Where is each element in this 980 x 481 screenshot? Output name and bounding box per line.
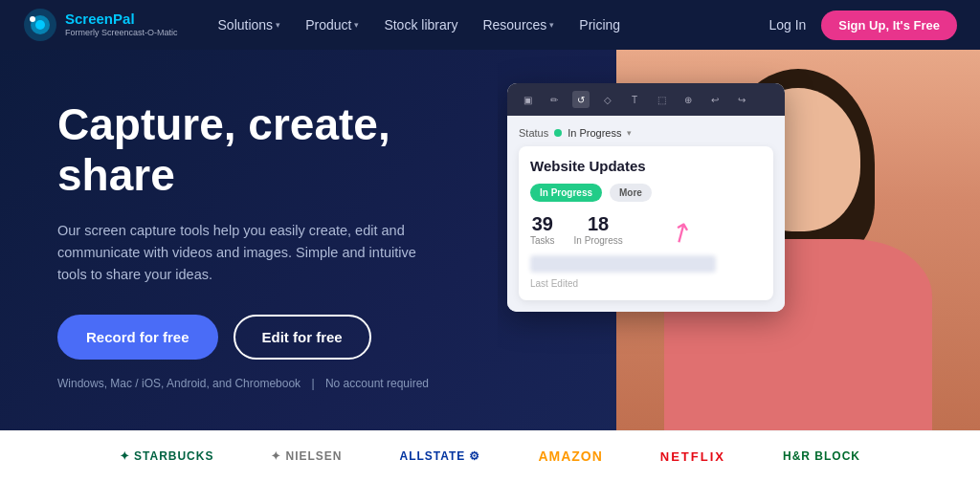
tool-zoom[interactable]: ⊕	[679, 91, 697, 108]
status-chevron-icon: ▾	[627, 128, 632, 138]
mockup-content-area: Status In Progress ▾ Website Updates In …	[507, 116, 785, 312]
hero-note-account: No account required	[325, 377, 429, 390]
nav-stock-library[interactable]: Stock library	[374, 11, 467, 38]
tool-pen[interactable]: ✏	[546, 91, 563, 108]
nielsen-logo-icon: ✦	[271, 449, 281, 463]
hero-note-separator: |	[311, 377, 314, 390]
allstate-icon: ⚙	[469, 449, 480, 463]
tag-in-progress[interactable]: In Progress	[530, 184, 602, 202]
tag-more[interactable]: More	[610, 184, 652, 202]
signup-button[interactable]: Sign Up, It's Free	[821, 11, 957, 40]
brand-amazon: amazon	[538, 448, 602, 464]
tool-text[interactable]: T	[626, 91, 643, 108]
brand-netflix: NETFLIX	[660, 449, 725, 464]
hero-cta-group: Record for free Edit for free	[57, 315, 459, 360]
card-stats: 39 Tasks 18 In Progress	[530, 213, 762, 246]
hero-note-platforms: Windows, Mac / iOS, Android, and Chromeb…	[57, 377, 301, 390]
status-value: In Progress	[568, 127, 621, 139]
brand-allstate: Allstate ⚙	[399, 449, 480, 463]
hero-visual: ▣ ✏ ↺ ◇ T ⬚ ⊕ ↩ ↪ Status In Progress ▾ W…	[498, 50, 980, 430]
chevron-down-icon: ▾	[354, 20, 359, 30]
tool-undo[interactable]: ↩	[706, 91, 724, 108]
brand-starbucks: ✦ STARBUCKS	[120, 449, 213, 463]
tool-curve[interactable]: ↺	[572, 91, 590, 108]
hero-content: Capture, create, share Our screen captur…	[0, 50, 498, 430]
stat-progress-label: In Progress	[574, 235, 623, 246]
brands-strip: ✦ STARBUCKS ✦ Nielsen Allstate ⚙ amazon …	[0, 430, 980, 481]
hero-title: Capture, create, share	[57, 99, 459, 201]
nav-pricing[interactable]: Pricing	[569, 11, 630, 38]
tool-select[interactable]: ▣	[519, 91, 536, 108]
edit-free-button[interactable]: Edit for free	[234, 315, 371, 360]
chevron-down-icon: ▾	[549, 20, 554, 30]
hero-section: Capture, create, share Our screen captur…	[0, 50, 980, 430]
svg-point-2	[35, 20, 45, 30]
record-free-button[interactable]: Record for free	[57, 315, 218, 360]
tool-rect[interactable]: ⬚	[653, 91, 670, 108]
status-dot-icon	[554, 129, 562, 137]
mockup-card: Website Updates In Progress More 39 Task…	[519, 146, 773, 300]
nav-resources[interactable]: Resources ▾	[473, 11, 564, 38]
nav-actions: Log In Sign Up, It's Free	[768, 11, 957, 40]
stat-in-progress: 18 In Progress	[574, 213, 623, 246]
chevron-down-icon: ▾	[276, 20, 280, 30]
brand-hrblock: H&R BLOCK	[783, 449, 860, 463]
svg-point-3	[30, 16, 35, 22]
tool-shape[interactable]: ◇	[599, 91, 616, 108]
logo[interactable]: ScreenPal Formerly Screencast-O-Matic	[23, 8, 178, 42]
hero-description: Our screen capture tools help you easily…	[57, 220, 421, 287]
logo-text: ScreenPal Formerly Screencast-O-Matic	[65, 11, 178, 37]
mockup-toolbar: ▣ ✏ ↺ ◇ T ⬚ ⊕ ↩ ↪	[507, 83, 785, 116]
logo-icon	[23, 8, 57, 42]
brand-nielsen: ✦ Nielsen	[271, 449, 342, 463]
logo-subtitle: Formerly Screencast-O-Matic	[65, 28, 178, 38]
login-button[interactable]: Log In	[768, 17, 806, 33]
card-blurred-bar	[530, 255, 716, 273]
stat-tasks-num: 39	[530, 213, 555, 235]
nav-product[interactable]: Product ▾	[296, 11, 368, 38]
card-tags: In Progress More	[530, 184, 762, 202]
nav-solutions[interactable]: Solutions ▾	[209, 11, 291, 38]
stat-tasks-label: Tasks	[530, 235, 555, 246]
logo-brand-name: ScreenPal	[65, 11, 178, 28]
navbar: ScreenPal Formerly Screencast-O-Matic So…	[0, 0, 980, 50]
starbucks-icon: ✦	[120, 449, 130, 463]
mockup-status-bar: Status In Progress ▾	[519, 127, 773, 139]
stat-tasks: 39 Tasks	[530, 213, 555, 246]
status-label: Status	[519, 127, 548, 139]
card-title: Website Updates	[530, 158, 762, 174]
card-last-edited: Last Edited	[530, 278, 762, 289]
ui-mockup: ▣ ✏ ↺ ◇ T ⬚ ⊕ ↩ ↪ Status In Progress ▾ W…	[507, 83, 785, 312]
hero-note: Windows, Mac / iOS, Android, and Chromeb…	[57, 377, 459, 390]
nav-links: Solutions ▾ Product ▾ Stock library Reso…	[209, 11, 769, 38]
tool-redo[interactable]: ↪	[733, 91, 750, 108]
stat-progress-num: 18	[574, 213, 623, 235]
